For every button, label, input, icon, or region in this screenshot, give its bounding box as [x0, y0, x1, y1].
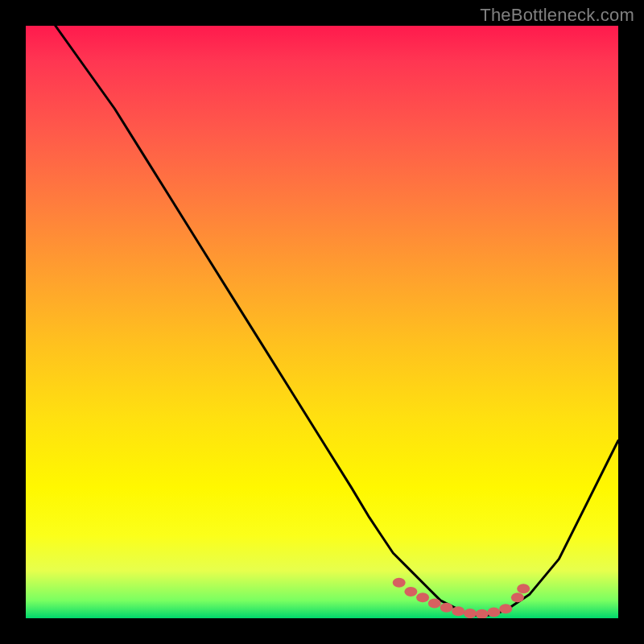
marker-dot: [452, 606, 464, 616]
marker-dot: [511, 592, 524, 602]
marker-dot: [499, 604, 512, 613]
marker-dot: [487, 608, 500, 617]
chart-svg: [26, 26, 618, 618]
marker-dot: [440, 603, 453, 613]
marker-dot: [476, 609, 489, 618]
bottleneck-curve: [56, 26, 618, 615]
attribution-text: TheBottleneck.com: [480, 5, 634, 26]
marker-dot: [428, 599, 441, 609]
marker-group: [393, 578, 530, 618]
plot-area: [26, 26, 618, 618]
marker-dot: [416, 592, 429, 602]
marker-dot: [517, 584, 530, 593]
marker-dot: [404, 587, 417, 597]
marker-dot: [464, 609, 477, 618]
chart-frame: TheBottleneck.com: [0, 0, 644, 644]
marker-dot: [393, 578, 406, 588]
